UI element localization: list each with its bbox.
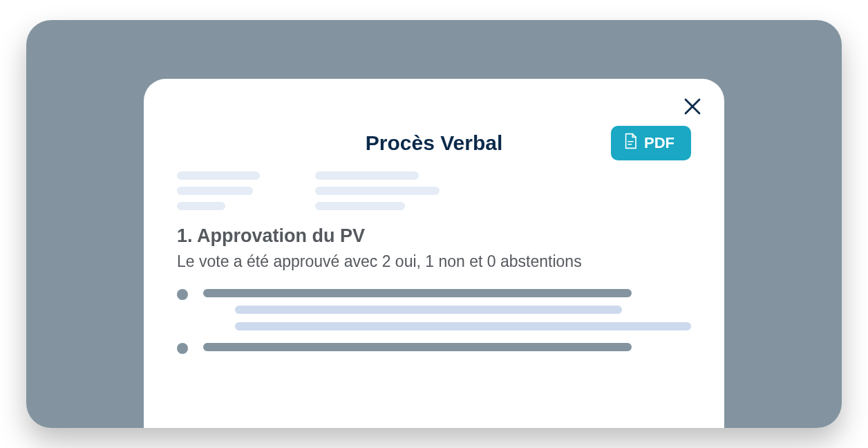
section-body-text: Le vote a été approuvé avec 2 oui, 1 non…	[177, 251, 691, 272]
close-button[interactable]	[680, 95, 705, 120]
placeholder-line	[203, 289, 632, 297]
modal-header: Procès Verbal PDF	[177, 131, 691, 155]
placeholder-line	[177, 202, 225, 210]
placeholder-line	[203, 343, 632, 351]
placeholder-line	[235, 322, 691, 330]
placeholder-line	[315, 187, 440, 195]
list-item-content	[203, 289, 691, 330]
list-item	[177, 343, 691, 354]
metadata-placeholder	[177, 171, 691, 210]
pdf-file-icon	[623, 133, 637, 153]
pdf-export-button[interactable]: PDF	[611, 126, 691, 160]
placeholder-line	[315, 171, 419, 180]
app-frame: Procès Verbal PDF	[26, 20, 842, 428]
bullet-icon	[177, 289, 188, 300]
section-heading: 1. Approvation du PV	[177, 225, 691, 247]
placeholder-line	[177, 171, 260, 180]
list-item-sublines	[203, 306, 691, 330]
bullet-icon	[177, 343, 188, 354]
list-item-content	[203, 343, 691, 351]
placeholder-line	[177, 187, 253, 195]
placeholder-line	[235, 306, 622, 314]
modal-title: Procès Verbal	[366, 131, 502, 155]
metadata-col-2	[315, 171, 440, 210]
metadata-col-1	[177, 171, 260, 210]
list-item	[177, 289, 691, 330]
pdf-button-label: PDF	[644, 134, 674, 152]
placeholder-line	[315, 202, 405, 210]
close-icon	[682, 96, 703, 120]
document-modal: Procès Verbal PDF	[144, 79, 724, 428]
